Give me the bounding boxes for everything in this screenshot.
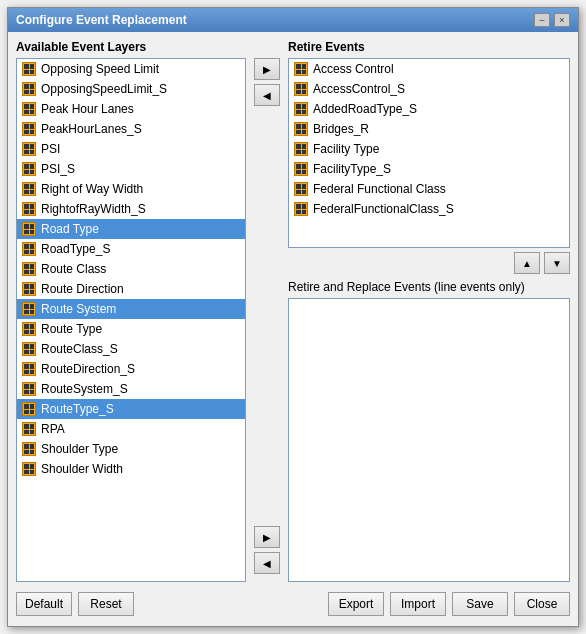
import-button[interactable]: Import — [390, 592, 446, 616]
table-icon — [21, 461, 37, 477]
table-icon — [293, 201, 309, 217]
table-icon — [293, 141, 309, 157]
move-down-button[interactable]: ▼ — [544, 252, 570, 274]
retire-replace-list[interactable] — [288, 298, 570, 582]
list-item-label: Route System — [41, 302, 116, 316]
table-icon — [21, 101, 37, 117]
retire-list-item-label: Facility Type — [313, 142, 379, 156]
retire-list-item[interactable]: AccessControl_S — [289, 79, 569, 99]
table-icon — [21, 61, 37, 77]
list-item[interactable]: PeakHourLanes_S — [17, 119, 245, 139]
save-button[interactable]: Save — [452, 592, 508, 616]
list-item-label: Shoulder Width — [41, 462, 123, 476]
list-item-label: Route Class — [41, 262, 106, 276]
default-button[interactable]: Default — [16, 592, 72, 616]
list-item-label: Opposing Speed Limit — [41, 62, 159, 76]
list-item[interactable]: PSI_S — [17, 159, 245, 179]
list-item[interactable]: RouteClass_S — [17, 339, 245, 359]
list-item-label: Route Direction — [41, 282, 124, 296]
retire-list-item[interactable]: Access Control — [289, 59, 569, 79]
table-icon — [21, 301, 37, 317]
list-item[interactable]: RoadType_S — [17, 239, 245, 259]
list-item-label: RoadType_S — [41, 242, 110, 256]
left-panel: Available Event Layers Opposing Speed Li… — [16, 40, 246, 582]
table-icon — [21, 281, 37, 297]
list-item[interactable]: Route System — [17, 299, 245, 319]
table-icon — [21, 141, 37, 157]
list-item[interactable]: RightofRayWidth_S — [17, 199, 245, 219]
table-icon — [21, 381, 37, 397]
list-item[interactable]: RouteDirection_S — [17, 359, 245, 379]
table-icon — [21, 221, 37, 237]
list-item[interactable]: RouteSystem_S — [17, 379, 245, 399]
available-layers-list[interactable]: Opposing Speed LimitOpposingSpeedLimit_S… — [16, 58, 246, 582]
table-icon — [21, 121, 37, 137]
replace-row: Retire and Replace Events (line events o… — [288, 280, 570, 582]
list-item-label: RightofRayWidth_S — [41, 202, 146, 216]
footer-right: Export Import Save Close — [328, 592, 570, 616]
table-icon — [21, 401, 37, 417]
available-layers-label: Available Event Layers — [16, 40, 246, 54]
table-icon — [21, 341, 37, 357]
list-item[interactable]: Peak Hour Lanes — [17, 99, 245, 119]
list-item-label: PSI — [41, 142, 60, 156]
reset-button[interactable]: Reset — [78, 592, 134, 616]
top-transfer-controls: ▶ ◀ ▶◀ — [252, 40, 282, 582]
list-item[interactable]: Route Type — [17, 319, 245, 339]
table-icon — [21, 421, 37, 437]
retire-replace-panel: Retire and Replace Events (line events o… — [288, 280, 570, 582]
dialog-title: Configure Event Replacement — [16, 13, 187, 27]
list-item[interactable]: Opposing Speed Limit — [17, 59, 245, 79]
list-item[interactable]: PSI — [17, 139, 245, 159]
title-bar: Configure Event Replacement – × — [8, 8, 578, 32]
list-item[interactable]: Route Direction — [17, 279, 245, 299]
retire-list-item-label: Federal Functional Class — [313, 182, 446, 196]
minimize-button[interactable]: – — [534, 13, 550, 27]
list-item-label: Peak Hour Lanes — [41, 102, 134, 116]
table-icon — [21, 441, 37, 457]
retire-list-item[interactable]: FacilityType_S — [289, 159, 569, 179]
close-dialog-button[interactable]: Close — [514, 592, 570, 616]
list-item[interactable]: Right of Way Width — [17, 179, 245, 199]
move-up-button[interactable]: ▲ — [514, 252, 540, 274]
remove-from-retire-button[interactable]: ◀ — [254, 84, 280, 106]
retire-list-item[interactable]: Federal Functional Class — [289, 179, 569, 199]
table-icon — [293, 161, 309, 177]
list-item-label: Route Type — [41, 322, 102, 336]
export-button[interactable]: Export — [328, 592, 384, 616]
table-icon — [21, 161, 37, 177]
retire-events-list[interactable]: Access ControlAccessControl_SAddedRoadTy… — [288, 58, 570, 248]
retire-list-item[interactable]: Facility Type — [289, 139, 569, 159]
retire-list-item-label: Access Control — [313, 62, 394, 76]
list-item[interactable]: OpposingSpeedLimit_S — [17, 79, 245, 99]
list-item[interactable]: Shoulder Type — [17, 439, 245, 459]
retire-list-item-label: FacilityType_S — [313, 162, 391, 176]
list-item[interactable]: RouteType_S — [17, 399, 245, 419]
list-item-label: RouteType_S — [41, 402, 114, 416]
table-icon — [293, 121, 309, 137]
main-row: Available Event Layers Opposing Speed Li… — [16, 40, 570, 582]
table-icon — [293, 61, 309, 77]
add-to-retire-button[interactable]: ▶ — [254, 58, 280, 80]
retire-list-item-label: AccessControl_S — [313, 82, 405, 96]
list-item-label: OpposingSpeedLimit_S — [41, 82, 167, 96]
list-item-label: RouteDirection_S — [41, 362, 135, 376]
table-icon — [21, 321, 37, 337]
retire-list-item[interactable]: Bridges_R — [289, 119, 569, 139]
list-item-label: Shoulder Type — [41, 442, 118, 456]
table-icon — [293, 81, 309, 97]
list-item[interactable]: Shoulder Width — [17, 459, 245, 479]
list-item[interactable]: Road Type — [17, 219, 245, 239]
remove-from-replace-button[interactable]: ◀ — [254, 552, 280, 574]
close-button[interactable]: × — [554, 13, 570, 27]
retire-list-item[interactable]: AddedRoadType_S — [289, 99, 569, 119]
table-icon — [21, 181, 37, 197]
list-item[interactable]: Route Class — [17, 259, 245, 279]
retire-list-item[interactable]: FederalFunctionalClass_S — [289, 199, 569, 219]
add-to-replace-button[interactable]: ▶ — [254, 526, 280, 548]
list-item-label: PeakHourLanes_S — [41, 122, 142, 136]
configure-event-replacement-dialog: Configure Event Replacement – × Availabl… — [7, 7, 579, 627]
title-bar-controls: – × — [534, 13, 570, 27]
list-item[interactable]: RPA — [17, 419, 245, 439]
list-item-label: PSI_S — [41, 162, 75, 176]
